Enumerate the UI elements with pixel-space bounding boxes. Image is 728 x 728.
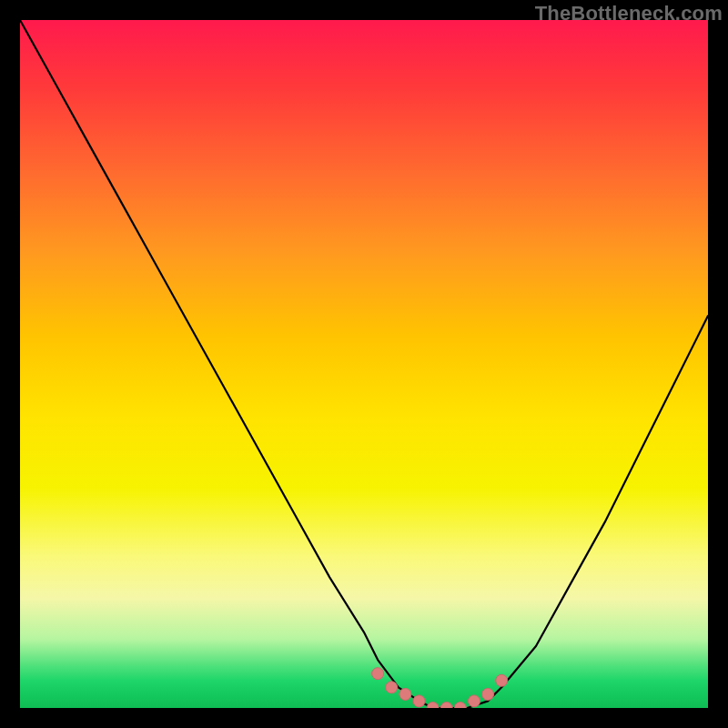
highlight-marker (372, 668, 384, 680)
highlight-marker (496, 674, 508, 686)
highlight-marker (440, 703, 452, 709)
chart-frame: TheBottleneck.com (0, 0, 728, 728)
highlight-marker (454, 703, 466, 709)
highlight-marker (386, 682, 398, 693)
bottleneck-curve (20, 20, 708, 708)
highlight-marker (482, 688, 494, 700)
highlight-marker (469, 695, 480, 707)
highlight-marker (399, 688, 411, 700)
highlight-marker (427, 703, 439, 709)
curve-svg (20, 20, 708, 708)
watermark-text: TheBottleneck.com (535, 2, 723, 25)
highlight-marker (413, 695, 425, 707)
plot-area (20, 20, 708, 708)
